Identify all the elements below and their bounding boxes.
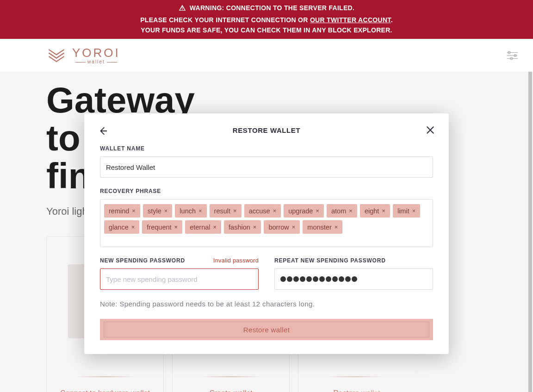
recovery-word-text: frequent — [147, 224, 171, 231]
recovery-word-text: limit — [397, 207, 409, 215]
repeat-password-label: REPEAT NEW SPENDING PASSWORD — [274, 257, 386, 264]
password-dot — [306, 276, 312, 282]
remove-word-icon[interactable]: × — [164, 207, 168, 214]
warning-icon — [179, 4, 186, 12]
recovery-word-text: style — [148, 207, 161, 215]
recovery-word-text: accuse — [249, 207, 270, 215]
recovery-word-text: remind — [109, 207, 129, 215]
remove-word-icon[interactable]: × — [412, 207, 416, 214]
recovery-phrase-box[interactable]: remind×style×lunch×result×accuse×upgrade… — [100, 199, 433, 247]
new-password-label: NEW SPENDING PASSWORD — [100, 257, 185, 264]
wallet-name-input[interactable] — [100, 156, 433, 178]
logo-subtitle: wallet — [72, 60, 120, 64]
recovery-word-chip[interactable]: monster× — [303, 220, 342, 234]
wallet-name-label: WALLET NAME — [100, 145, 433, 152]
recovery-word-chip[interactable]: glance× — [104, 220, 139, 234]
close-icon[interactable] — [426, 125, 435, 137]
new-password-input[interactable] — [100, 268, 259, 290]
recovery-word-text: eternal — [190, 224, 210, 231]
recovery-word-chip[interactable]: result× — [210, 204, 242, 218]
password-dot — [300, 276, 305, 282]
password-dot — [332, 276, 338, 282]
warning-banner: WARNING: CONNECTION TO THE SERVER FAILED… — [0, 0, 533, 39]
banner-line2-prefix: PLEASE CHECK YOUR INTERNET CONNECTION OR — [140, 16, 310, 24]
password-dot — [352, 276, 357, 282]
new-password-error: Invalid password — [213, 257, 259, 264]
password-dot — [280, 276, 286, 282]
remove-word-icon[interactable]: × — [198, 207, 202, 214]
restore-wallet-button[interactable]: Restore wallet — [100, 319, 433, 340]
password-dot — [313, 276, 318, 282]
remove-word-icon[interactable]: × — [253, 224, 257, 230]
recovery-word-text: upgrade — [288, 207, 313, 215]
settings-icon[interactable] — [506, 50, 518, 61]
remove-word-icon[interactable]: × — [349, 207, 353, 214]
recovery-word-chip[interactable]: eternal× — [185, 220, 221, 234]
modal-overlay: RESTORE WALLET WALLET NAME RECOVERY PHRA… — [0, 72, 533, 392]
password-dot — [345, 276, 351, 282]
remove-word-icon[interactable]: × — [213, 224, 217, 230]
recovery-word-chip[interactable]: lunch× — [175, 204, 206, 218]
repeat-password-input[interactable] — [274, 268, 433, 290]
remove-word-icon[interactable]: × — [273, 207, 277, 214]
banner-line1: WARNING: CONNECTION TO THE SERVER FAILED… — [190, 3, 354, 13]
remove-word-icon[interactable]: × — [382, 207, 385, 214]
password-note: Note: Spending password needs to be at l… — [100, 300, 433, 308]
recovery-word-chip[interactable]: accuse× — [244, 204, 281, 218]
remove-word-icon[interactable]: × — [233, 207, 237, 214]
recovery-word-text: eight — [365, 207, 379, 215]
password-dot — [287, 276, 292, 282]
recovery-word-text: borrow — [268, 224, 289, 231]
recovery-word-text: fashion — [229, 224, 250, 231]
recovery-word-chip[interactable]: atom× — [327, 204, 357, 218]
recovery-word-chip[interactable]: fashion× — [224, 220, 261, 234]
recovery-word-chip[interactable]: upgrade× — [284, 204, 324, 218]
logo[interactable]: YOROI wallet — [46, 45, 120, 66]
remove-word-icon[interactable]: × — [316, 207, 319, 214]
recovery-word-text: atom — [331, 207, 346, 215]
back-icon[interactable] — [98, 126, 108, 138]
twitter-link[interactable]: OUR TWITTER ACCOUNT — [310, 16, 391, 24]
recovery-word-text: result — [214, 207, 230, 215]
recovery-word-chip[interactable]: remind× — [104, 204, 140, 218]
modal-title: RESTORE WALLET — [233, 126, 300, 134]
remove-word-icon[interactable]: × — [174, 224, 178, 230]
recovery-word-text: monster — [307, 224, 331, 231]
recovery-word-text: glance — [109, 224, 129, 231]
logo-name: YOROI — [72, 47, 120, 59]
recovery-word-text: lunch — [180, 207, 196, 215]
password-dot — [326, 276, 331, 282]
password-dot — [319, 276, 325, 282]
remove-word-icon[interactable]: × — [335, 224, 338, 230]
restore-wallet-modal: RESTORE WALLET WALLET NAME RECOVERY PHRA… — [84, 113, 449, 354]
recovery-word-chip[interactable]: borrow× — [264, 220, 300, 234]
recovery-word-chip[interactable]: frequent× — [142, 220, 182, 234]
recovery-word-chip[interactable]: style× — [143, 204, 172, 218]
recovery-phrase-label: RECOVERY PHRASE — [100, 188, 433, 194]
recovery-word-chip[interactable]: eight× — [360, 204, 390, 218]
remove-word-icon[interactable]: × — [131, 224, 135, 230]
logo-icon — [46, 45, 67, 66]
password-dot — [293, 276, 299, 282]
remove-word-icon[interactable]: × — [292, 224, 296, 230]
remove-word-icon[interactable]: × — [132, 207, 136, 214]
password-dot — [339, 276, 344, 282]
topbar: YOROI wallet — [0, 39, 533, 72]
banner-line2-suffix: . — [391, 16, 393, 24]
banner-line3: YOUR FUNDS ARE SAFE, YOU CAN CHECK THEM … — [0, 25, 533, 35]
recovery-word-chip[interactable]: limit× — [393, 204, 420, 218]
